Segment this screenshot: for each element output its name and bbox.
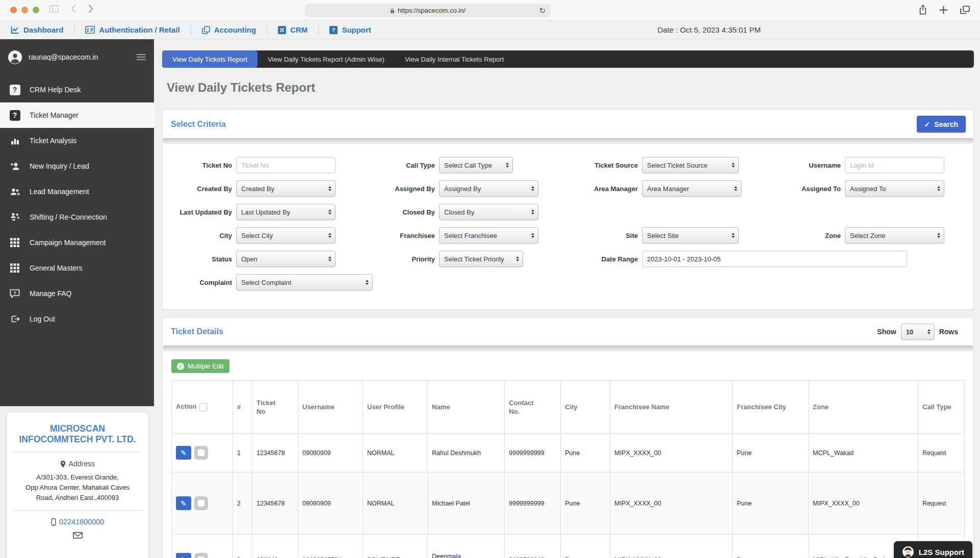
sidebar-item-ticket-analysis[interactable]: Ticket Analysis (0, 128, 154, 153)
area-manager-label: Area Manager (576, 185, 642, 193)
sidebar-toggle-icon[interactable] (49, 5, 59, 13)
window-minimize-button[interactable] (21, 7, 28, 13)
column-header-index: # (233, 381, 252, 434)
nav-item-label: CRM (290, 25, 307, 34)
assigned-by-select[interactable]: Assigned By (439, 180, 538, 197)
nav-item-accounting[interactable]: Accounting (202, 25, 256, 34)
nav-item-label: Accounting (214, 25, 256, 34)
window-close-button[interactable] (10, 7, 17, 13)
city-select[interactable]: Select City (236, 227, 336, 244)
edit-row-button[interactable] (176, 553, 191, 558)
cell-username: 09090909 (298, 472, 363, 535)
tab-view-daily-tickets-report-admin-wise[interactable]: View Daily Tickets Report (Admin Wise) (257, 50, 395, 68)
svg-text:?: ? (332, 27, 336, 33)
cell-name: Michael Patel (428, 472, 505, 535)
spacer (576, 204, 779, 220)
select-arrows-icon (328, 209, 331, 215)
table-row: 3 622246 10106565784 SOLITAIRE Deepmala … (172, 535, 965, 558)
sidebar-item-shifting-reconnection[interactable]: Shifting / Re-Connection (0, 204, 154, 230)
assigned-to-select[interactable]: Assigned To (845, 180, 944, 197)
new-tab-icon[interactable] (939, 6, 948, 14)
reload-icon[interactable] (539, 6, 546, 15)
closed-by-select[interactable]: Closed By (439, 204, 538, 220)
cell-username: 09090909 (298, 434, 363, 472)
last-updated-by-label: Last Updated By (170, 208, 236, 216)
sidebar-menu-toggle-icon[interactable] (137, 52, 146, 62)
ticket-source-select[interactable]: Select Ticket Source (642, 157, 739, 173)
edit-row-button[interactable] (176, 496, 191, 510)
tab-view-daily-internal-tickets-report[interactable]: View Daily Internal Tickets Report (395, 50, 514, 68)
ticket-no-input[interactable] (236, 157, 336, 173)
tab-view-daily-tickets-report[interactable]: View Daily Tickets Report (162, 50, 257, 68)
lock-icon (390, 8, 395, 14)
app-top-nav: Dashboard Authentication / Retail Accoun… (0, 21, 980, 39)
sidebar-item-ticket-manager[interactable]: Ticket Manager (0, 102, 154, 128)
sidebar-item-new-inquiry-lead[interactable]: New Inquiry / Lead (0, 153, 154, 179)
date-range-input[interactable] (642, 251, 907, 267)
question-square-icon (9, 110, 21, 121)
select-arrows-icon (937, 186, 940, 191)
forward-button-icon[interactable] (88, 5, 93, 13)
bar-chart-icon (9, 136, 21, 145)
l2s-support-badge[interactable]: L2S Support (894, 541, 972, 558)
priority-select[interactable]: Select Ticket Priority (439, 251, 523, 267)
sidebar-item-campaign-management[interactable]: Campaign Management (0, 230, 154, 255)
sidebar-item-general-masters[interactable]: General Masters (0, 255, 154, 281)
cell-name: Rahul Deshmukh (428, 434, 505, 472)
column-header-franchisee-name: Franchisee Name (610, 381, 733, 434)
nav-item-label: Support (342, 25, 371, 34)
row-checkbox[interactable] (194, 553, 208, 558)
select-arrows-icon (366, 280, 369, 285)
nav-separator (191, 25, 191, 35)
status-select[interactable]: Open (236, 251, 336, 267)
cell-contact-no: 9999999999 (505, 434, 561, 472)
tab-overview-icon[interactable] (960, 6, 970, 14)
edit-row-button[interactable] (176, 446, 191, 460)
users-icon (9, 188, 21, 196)
select-arrows-icon (732, 163, 735, 168)
address-bar[interactable]: https://spacecom.co.in/ (305, 4, 551, 17)
row-checkbox[interactable] (194, 446, 208, 460)
complaint-select[interactable]: Select Complaint (236, 274, 373, 290)
multiple-edit-button[interactable]: Multiple Edit (171, 359, 229, 373)
zone-select[interactable]: Select Zone (845, 227, 944, 244)
created-by-select[interactable]: Created By (236, 180, 336, 197)
share-icon[interactable] (919, 5, 927, 15)
city-label: City (170, 232, 236, 240)
sidebar-item-crm-help-desk[interactable]: CRM Help Desk (0, 77, 154, 102)
envelope-icon[interactable] (73, 532, 83, 539)
search-button[interactable]: Search (917, 116, 966, 132)
cell-call-type: Request (918, 434, 965, 472)
cell-franchisee-name: MIPX_XXXX_00 (610, 535, 733, 558)
back-button-icon[interactable] (71, 5, 76, 13)
column-header-user-profile: User Profile (363, 381, 428, 434)
sidebar-item-manage-faq[interactable]: ? Manage FAQ (0, 281, 154, 306)
franchisee-select[interactable]: Select Franchisee (439, 227, 538, 244)
sidebar-item-log-out[interactable]: Log Out (0, 306, 154, 332)
column-header-city: City (561, 381, 610, 434)
area-manager-select[interactable]: Area Manager (642, 180, 741, 197)
address-label: Address (69, 460, 95, 468)
select-all-checkbox[interactable] (199, 403, 208, 411)
nav-item-support[interactable]: ? Support (329, 25, 371, 34)
company-phone: 02241800000 (59, 518, 105, 526)
nav-item-crm[interactable]: CRM (278, 25, 307, 34)
site-select[interactable]: Select Site (642, 227, 739, 244)
company-phone-link[interactable]: 02241800000 (15, 518, 140, 526)
last-updated-by-select[interactable]: Last Updated By (236, 204, 336, 220)
window-zoom-button[interactable] (33, 7, 39, 13)
cell-city: Pune (561, 434, 610, 472)
nav-item-dashboard[interactable]: Dashboard (11, 25, 63, 34)
call-type-label: Call Type (373, 162, 439, 169)
divider (163, 346, 973, 352)
sidebar-item-lead-management[interactable]: Lead Management (0, 179, 154, 204)
username-label: Username (779, 162, 845, 169)
select-criteria-panel: Select Criteria Search Ticket No Call Ty… (162, 110, 974, 310)
nav-item-authentication-retail[interactable]: Authentication / Retail (85, 25, 179, 34)
chart-line-icon (11, 26, 19, 34)
user-email: raunaq@spacecom.in (29, 53, 130, 61)
rows-per-page-select[interactable]: 10 (901, 324, 935, 340)
call-type-select[interactable]: Select Call Type (439, 157, 513, 173)
username-input[interactable] (845, 157, 944, 173)
row-checkbox[interactable] (194, 496, 208, 510)
